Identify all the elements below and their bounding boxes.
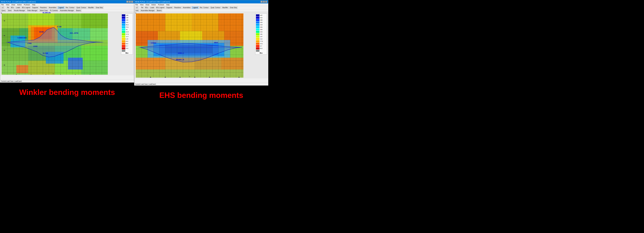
btn-assembliesmgr-left[interactable]: Assemblies Manager [59,10,74,12]
btn-supports-left[interactable]: Supports [32,7,39,9]
btn-trols-right[interactable]: trols [135,10,139,12]
annotation-1-left: 29.025 [39,31,44,33]
btn-re-right[interactable]: Re [141,7,144,9]
legend-val-12-left: 40.6 [126,43,128,44]
menu-pldesin-left[interactable]: PLDesin [24,4,30,6]
fem-mesh-left: X [2,14,108,75]
legend-val-3-left: -113 [126,22,128,23]
annotation-0-right: 0.50010 [151,42,156,44]
btn-bcslegend-right[interactable]: BCs Legend [156,7,165,9]
close-btn-left[interactable]: × [131,1,133,3]
legend-val-7-right: -215 [260,31,262,33]
annotation-1-right: 39503 [214,42,218,44]
legend-val-0-left: -165 [126,15,128,16]
annotation-7-left: 4321...69756 [70,32,78,34]
btn-assemblies-left[interactable]: Assemblies [48,7,57,9]
menu-draw-right[interactable]: Draw [145,4,150,6]
btn-supports-right[interactable]: Supports [166,7,173,9]
btn-quadcontour-left[interactable]: Quad. Contour [76,7,87,9]
btn-maxmin-right[interactable]: Max/Min [222,7,229,9]
btn-loads-right[interactable]: Loads [149,7,155,9]
minimize-btn-right[interactable]: _ [260,1,262,3]
menu-action-right[interactable]: Action [151,4,156,6]
btn-reccontour-left[interactable]: Rec. Contour [65,7,75,9]
menu-file-left[interactable]: File [1,4,4,6]
window-controls-right: _ □ × [260,1,267,3]
menu-view-right[interactable]: View [140,4,144,6]
btn-assembliesmgr-right[interactable]: Assemblies Manager [140,10,155,12]
legend-val-8-right: -181 [260,34,262,35]
legend-val-13-right: -8.7 [260,45,262,47]
btn-drawstrip-left[interactable]: Draw Strip [95,7,104,9]
annotation-3-right: 3800803..26 [176,59,184,61]
menu-bar-right: File View Draw Action PLDesin Help [134,4,268,6]
btn-reactions-right[interactable]: Reactions [174,7,182,9]
legend-val-6-left: -62 [126,29,128,30]
caption-text-left: Winkler bending moments [19,88,115,97]
toolbar1-right: .LC Re BCs Loads BCs Legend Supports Rea… [134,6,268,9]
btn-legend-right[interactable]: Legend [192,7,198,9]
legend-val-11-right: -77.6 [260,41,263,42]
btn-maxmin-left[interactable]: Max/Min [88,7,94,9]
legend-val-7-left: -44.9 [126,31,129,33]
btn-reccontour-right[interactable]: Rec. Contour [199,7,209,9]
toolbar2-left: Query Solve Results Manager Paths Manage… [0,9,134,12]
legend-val-10-left: 6.43 [126,38,128,40]
menu-help-left[interactable]: Help [32,4,36,6]
annotation-2-left: 0.35604.5426 [18,37,26,39]
annotation-2-right: 2338.5..1 [178,52,184,54]
legend-val-6-right: -250 [260,29,262,30]
btn-drawstrip-right[interactable]: Draw Strip [229,7,238,9]
legend-heading-left: Mxx [122,52,132,54]
title-bar-left: BE4E-PLPost - [1.LoadCase1-title1-LoadCa… [0,0,134,4]
restore-btn-right[interactable]: □ [263,1,265,3]
btn-resultsmgr-left[interactable]: Results Manager [13,10,26,12]
close-btn-right[interactable]: × [265,1,267,3]
legend-val-1-left: -148 [126,17,128,19]
menu-help-right[interactable]: Help [166,4,170,6]
btn-loads-left[interactable]: Loads [15,7,21,9]
btn-selectcase-left[interactable]: Select Case [39,10,48,12]
legend-heading-right: Mxx [256,52,266,54]
annotation-3-left: -17006 [27,43,32,44]
btn-plcontrols-left[interactable]: PL Controls [50,10,58,12]
btn-bcs-right[interactable]: BCs [144,7,149,9]
legend-val-4-right: -319 [260,24,262,26]
legend-val-9-right: -147 [260,36,262,37]
btn-bcslegend-left[interactable]: BCs Legend [22,7,31,9]
btn-assemblies-right[interactable]: Assemblies [182,7,191,9]
legend-val-10-right: -112 [260,38,262,40]
window-title-left: BE4E-PLPost - [1.LoadCase1-title1-LoadCa… [1,1,36,3]
background-fill [268,0,644,233]
menu-bar-left: File View Draw Action PLDesin Help [0,4,134,6]
legend-val-11-left: 23.5 [126,41,128,42]
legend-val-2-left: -130 [126,19,128,21]
btn-reactions-left[interactable]: Reactions [40,7,48,9]
toolbar1-left: .LC Re BCs Loads BCs Legend Supports Rea… [0,6,134,9]
legend-val-12-right: -43.1 [260,43,263,44]
btn-query-left[interactable]: Query [1,10,6,12]
btn-legend-left[interactable]: Legend [58,7,64,9]
menu-pldesin-right[interactable]: PLDesin [158,4,165,6]
restore-btn-left[interactable]: □ [129,1,131,3]
menu-draw-left[interactable]: Draw [11,4,16,6]
fem-mesh-right: X [136,14,244,78]
minimize-btn-left[interactable]: _ [126,1,128,3]
status-text-left: Current Load Case: LoadCase1 [1,80,22,82]
svg-rect-4 [81,14,108,28]
btn-quadcontour-right[interactable]: Quad. Contour [210,7,221,9]
menu-view-left[interactable]: View [6,4,10,6]
annotation-6-left: 85.2085.881 [42,12,51,14]
menu-action-left[interactable]: Action [17,4,22,6]
btn-bcs-left[interactable]: BCs [10,7,14,9]
btn-beams-left[interactable]: Beams [76,10,82,12]
menu-file-right[interactable]: File [135,4,138,6]
btn-solve-left[interactable]: Solve [7,10,12,12]
btn-beams-right[interactable]: Beams [156,10,162,12]
legend-right: -457 -422 -388 -353 -319 -284 -250 -215 … [255,14,267,55]
annotation-4-left: -22056 [33,46,38,47]
btn-pathsmgr-left[interactable]: Paths Manager [27,10,38,12]
legend-val-2-right: -388 [260,19,262,21]
btn-re-left[interactable]: Re [6,7,10,9]
status-text-right: Current Load Case: LoadCase1 [135,83,156,85]
